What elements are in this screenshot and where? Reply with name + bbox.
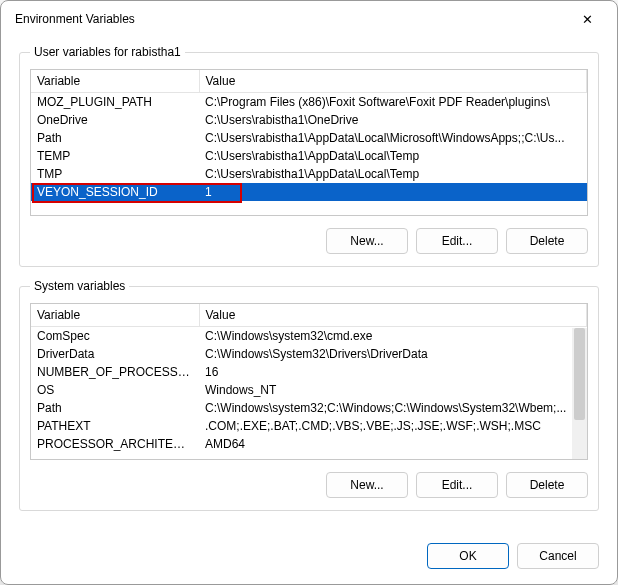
var-name: MOZ_PLUGIN_PATH	[31, 93, 199, 112]
dialog-footer: OK Cancel	[1, 537, 617, 569]
system-buttons: New... Edit... Delete	[30, 472, 588, 498]
system-new-button[interactable]: New...	[326, 472, 408, 498]
table-row[interactable]: PathC:\Windows\system32;C:\Windows;C:\Wi…	[31, 399, 587, 417]
system-variables-table[interactable]: Variable Value ComSpecC:\Windows\system3…	[31, 304, 587, 453]
user-variables-group: User variables for rabistha1 Variable Va…	[19, 45, 599, 267]
close-icon: ✕	[582, 12, 593, 27]
var-value: C:\Program Files (x86)\Foxit Software\Fo…	[199, 93, 587, 112]
system-variables-table-wrap: Variable Value ComSpecC:\Windows\system3…	[30, 303, 588, 460]
user-col-value[interactable]: Value	[199, 70, 587, 93]
var-value: 16	[199, 363, 587, 381]
table-row[interactable]: PATHEXT.COM;.EXE;.BAT;.CMD;.VBS;.VBE;.JS…	[31, 417, 587, 435]
table-row[interactable]: VEYON_SESSION_ID1	[31, 183, 587, 201]
var-name: TEMP	[31, 147, 199, 165]
dialog-content: User variables for rabistha1 Variable Va…	[1, 37, 617, 537]
user-new-button[interactable]: New...	[326, 228, 408, 254]
scrollbar[interactable]	[572, 328, 587, 459]
var-value: C:\Windows\System32\Drivers\DriverData	[199, 345, 587, 363]
var-name: NUMBER_OF_PROCESSORS	[31, 363, 199, 381]
user-col-variable[interactable]: Variable	[31, 70, 199, 93]
system-edit-button[interactable]: Edit...	[416, 472, 498, 498]
var-name: Path	[31, 129, 199, 147]
var-value: C:\Users\rabistha1\AppData\Local\Temp	[199, 147, 587, 165]
var-name: TMP	[31, 165, 199, 183]
table-row[interactable]: OneDriveC:\Users\rabistha1\OneDrive	[31, 111, 587, 129]
var-value: 1	[199, 183, 587, 201]
table-row[interactable]: NUMBER_OF_PROCESSORS16	[31, 363, 587, 381]
var-value: C:\Users\rabistha1\AppData\Local\Temp	[199, 165, 587, 183]
var-name: VEYON_SESSION_ID	[31, 183, 199, 201]
close-button[interactable]: ✕	[569, 5, 605, 33]
table-row[interactable]: TMPC:\Users\rabistha1\AppData\Local\Temp	[31, 165, 587, 183]
table-row[interactable]: MOZ_PLUGIN_PATHC:\Program Files (x86)\Fo…	[31, 93, 587, 112]
var-name: DriverData	[31, 345, 199, 363]
system-variables-group: System variables Variable Value ComSpecC…	[19, 279, 599, 511]
cancel-button[interactable]: Cancel	[517, 543, 599, 569]
system-col-variable[interactable]: Variable	[31, 304, 199, 327]
var-value: AMD64	[199, 435, 587, 453]
var-value: C:\Windows\system32\cmd.exe	[199, 327, 587, 346]
var-value: .COM;.EXE;.BAT;.CMD;.VBS;.VBE;.JS;.JSE;.…	[199, 417, 587, 435]
user-edit-button[interactable]: Edit...	[416, 228, 498, 254]
ok-button[interactable]: OK	[427, 543, 509, 569]
user-variables-legend: User variables for rabistha1	[30, 45, 185, 59]
table-row[interactable]: PROCESSOR_ARCHITECTUREAMD64	[31, 435, 587, 453]
dialog-title: Environment Variables	[15, 12, 135, 26]
user-variables-table[interactable]: Variable Value MOZ_PLUGIN_PATHC:\Program…	[31, 70, 587, 201]
table-row[interactable]: ComSpecC:\Windows\system32\cmd.exe	[31, 327, 587, 346]
titlebar: Environment Variables ✕	[1, 1, 617, 37]
var-name: Path	[31, 399, 199, 417]
system-col-value[interactable]: Value	[199, 304, 587, 327]
var-value: Windows_NT	[199, 381, 587, 399]
user-delete-button[interactable]: Delete	[506, 228, 588, 254]
var-value: C:\Users\rabistha1\OneDrive	[199, 111, 587, 129]
var-name: PROCESSOR_ARCHITECTURE	[31, 435, 199, 453]
var-name: OS	[31, 381, 199, 399]
system-variables-legend: System variables	[30, 279, 129, 293]
user-buttons: New... Edit... Delete	[30, 228, 588, 254]
user-variables-table-wrap: Variable Value MOZ_PLUGIN_PATHC:\Program…	[30, 69, 588, 216]
var-value: C:\Windows\system32;C:\Windows;C:\Window…	[199, 399, 587, 417]
table-row[interactable]: PathC:\Users\rabistha1\AppData\Local\Mic…	[31, 129, 587, 147]
var-name: OneDrive	[31, 111, 199, 129]
table-row[interactable]: OSWindows_NT	[31, 381, 587, 399]
var-value: C:\Users\rabistha1\AppData\Local\Microso…	[199, 129, 587, 147]
table-row[interactable]: TEMPC:\Users\rabistha1\AppData\Local\Tem…	[31, 147, 587, 165]
table-row[interactable]: DriverDataC:\Windows\System32\Drivers\Dr…	[31, 345, 587, 363]
var-name: PATHEXT	[31, 417, 199, 435]
scrollbar-thumb[interactable]	[574, 328, 585, 420]
system-delete-button[interactable]: Delete	[506, 472, 588, 498]
var-name: ComSpec	[31, 327, 199, 346]
